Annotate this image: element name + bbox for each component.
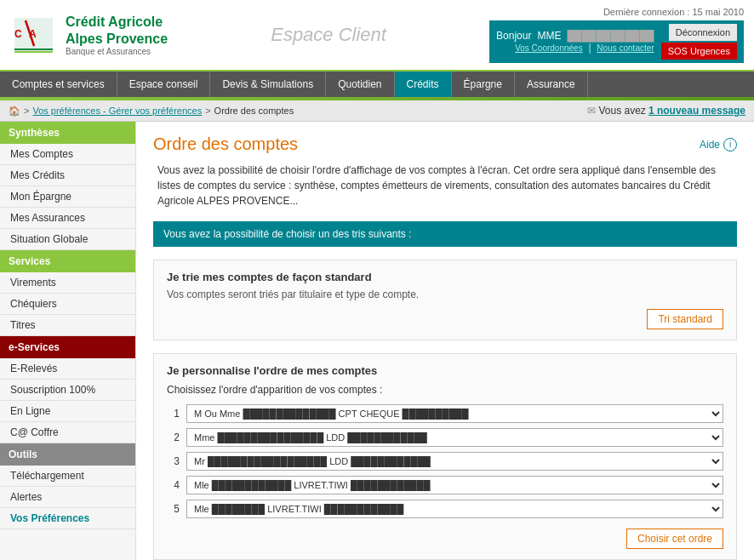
bank-tagline: Banque et Assurances <box>66 47 168 56</box>
user-title: MME <box>538 30 562 42</box>
user-info-inner: Bonjour MME ████████████ Vos Coordonnées… <box>496 30 654 54</box>
sos-button[interactable]: SOS Urgences <box>661 43 737 60</box>
sidebar-item-mes-comptes[interactable]: Mes Comptes <box>0 144 135 165</box>
sidebar-item-titres[interactable]: Titres <box>0 315 135 336</box>
order-num-4: 4 <box>167 479 180 491</box>
order-num-3: 3 <box>167 455 180 467</box>
page-title-row: Ordre des comptes Aide i <box>153 134 737 154</box>
main-navigation: Comptes et services Espace conseil Devis… <box>0 71 754 97</box>
personalize-section: Je personnalise l'ordre de mes comptes C… <box>153 353 737 560</box>
sidebar-item-virements[interactable]: Virements <box>0 272 135 294</box>
order-num-1: 1 <box>167 408 180 420</box>
order-rows-container: 1 M Ou Mme ██████████████ CPT CHEQUE ███… <box>167 404 723 518</box>
home-icon[interactable]: 🏠 <box>9 106 20 117</box>
order-row-4: 4 Mle ████████████ LIVRET.TIWI █████████… <box>167 476 723 494</box>
espace-client-label: Espace Client <box>271 24 386 46</box>
main-content: Ordre des comptes Aide i Vous avez la po… <box>136 122 754 560</box>
sidebar-header-syntheses: Synthèses <box>0 122 135 144</box>
header: C A Crédit Agricole Alpes Provence Banqu… <box>0 0 754 71</box>
header-right: Dernière connexion : 15 mai 2010 Bonjour… <box>489 7 744 63</box>
sidebar-item-vos-preferences[interactable]: Vos Préférences <box>0 508 135 529</box>
order-select-3[interactable]: Mr ██████████████████ LDD ████████████ <box>186 452 723 471</box>
nav-comptes[interactable]: Comptes et services <box>0 71 117 97</box>
order-select-2[interactable]: Mme ████████████████ LDD ████████████ <box>186 428 723 447</box>
nav-devis[interactable]: Devis & Simulations <box>210 71 326 97</box>
sidebar-header-outils: Outils <box>0 443 135 466</box>
sidebar-item-chequiers[interactable]: Chéquiers <box>0 294 135 315</box>
nav-conseil[interactable]: Espace conseil <box>117 71 211 97</box>
last-login: Dernière connexion : 15 mai 2010 <box>489 7 744 17</box>
sidebar-item-situation-globale[interactable]: Situation Globale <box>0 229 135 250</box>
bonjour-label: Bonjour MME ████████████ <box>496 30 654 42</box>
sidebar-header-services: Services <box>0 250 135 272</box>
bank-name-line1: Crédit Agricole <box>66 14 168 30</box>
vos-coordonnees-link[interactable]: Vos Coordonnées <box>515 43 583 53</box>
current-page: Ordre des comptes <box>214 106 294 116</box>
order-row-1: 1 M Ou Mme ██████████████ CPT CHEQUE ███… <box>167 404 723 423</box>
order-row-5: 5 Mle ████████ LIVRET.TIWI ████████████ <box>167 500 723 518</box>
page-title: Ordre des comptes <box>153 134 298 154</box>
ca-logo: C A <box>10 14 57 56</box>
user-name: ████████████ <box>568 30 654 42</box>
user-links: Vos Coordonnées | Nous contacter <box>496 42 654 54</box>
sidebar-item-e-releves[interactable]: E-Relevés <box>0 358 135 380</box>
nav-credits[interactable]: Crédits <box>395 71 452 97</box>
main-layout: Synthèses Mes Comptes Mes Crédits Mon Ép… <box>0 122 754 560</box>
standard-sort-actions: Tri standard <box>167 309 723 329</box>
nous-contacter-link[interactable]: Nous contacter <box>597 43 654 53</box>
personalize-subtitle: Choisissez l'ordre d'apparition de vos c… <box>167 384 723 396</box>
aide-button[interactable]: Aide i <box>700 138 737 151</box>
standard-sort-box: Je trie mes comptes de façon standard Vo… <box>153 260 737 340</box>
svg-text:C: C <box>14 28 22 40</box>
order-select-1[interactable]: M Ou Mme ██████████████ CPT CHEQUE █████… <box>186 404 723 423</box>
sidebar-item-alertes[interactable]: Alertes <box>0 487 135 508</box>
standard-sort-desc: Vos comptes seront triés par titulaire e… <box>167 289 723 300</box>
sidebar-header-eservices: e-Services <box>0 336 135 358</box>
sidebar-section-services: Services Virements Chéquiers Titres <box>0 250 135 336</box>
sidebar-item-souscription[interactable]: Souscription 100% <box>0 380 135 401</box>
order-select-5[interactable]: Mle ████████ LIVRET.TIWI ████████████ <box>186 500 723 518</box>
order-num-5: 5 <box>167 503 180 515</box>
breadcrumb-right: ✉ Vous avez 1 nouveau message <box>587 105 745 117</box>
logo-text: Crédit Agricole Alpes Provence Banque et… <box>66 14 168 55</box>
sidebar-item-mes-credits[interactable]: Mes Crédits <box>0 165 135 186</box>
sidebar-item-mes-assurances[interactable]: Mes Assurances <box>0 208 135 229</box>
order-row-3: 3 Mr ██████████████████ LDD ████████████ <box>167 452 723 471</box>
nav-epargne[interactable]: Épargne <box>452 71 515 97</box>
sidebar-item-mon-epargne[interactable]: Mon Épargne <box>0 186 135 208</box>
sidebar-section-syntheses: Synthèses Mes Comptes Mes Crédits Mon Ép… <box>0 122 135 250</box>
header-buttons: Déconnexion SOS Urgences <box>661 24 737 60</box>
choose-order-button[interactable]: Choisir cet ordre <box>626 529 723 549</box>
choose-order-actions: Choisir cet ordre <box>167 529 723 549</box>
tri-standard-button[interactable]: Tri standard <box>647 309 723 329</box>
order-num-2: 2 <box>167 431 180 443</box>
nav-assurance[interactable]: Assurance <box>515 71 588 97</box>
aide-info-icon: i <box>723 138 737 151</box>
sidebar-item-ca-coffre[interactable]: C@ Coffre <box>0 422 135 443</box>
order-row-2: 2 Mme ████████████████ LDD ████████████ <box>167 428 723 447</box>
standard-sort-title: Je trie mes comptes de façon standard <box>167 271 723 283</box>
personalize-title: Je personnalise l'ordre de mes comptes <box>167 364 723 377</box>
sidebar: Synthèses Mes Comptes Mes Crédits Mon Ép… <box>0 122 136 560</box>
breadcrumb: 🏠 > Vos préférences - Gérer vos préféren… <box>0 100 754 122</box>
new-message-link[interactable]: 1 nouveau message <box>648 105 745 117</box>
sidebar-section-eservices: e-Services E-Relevés Souscription 100% E… <box>0 336 135 443</box>
nav-quotidien[interactable]: Quotidien <box>326 71 394 97</box>
message-label: Vous avez <box>599 105 646 117</box>
order-select-4[interactable]: Mle ████████████ LIVRET.TIWI ███████████… <box>186 476 723 494</box>
breadcrumb-left: 🏠 > Vos préférences - Gérer vos préféren… <box>9 106 294 117</box>
sidebar-item-telechargement[interactable]: Téléchargement <box>0 466 135 487</box>
sidebar-item-en-ligne[interactable]: En Ligne <box>0 401 135 422</box>
sidebar-section-outils: Outils Téléchargement Alertes Vos Préfér… <box>0 443 135 529</box>
logo-area: C A Crédit Agricole Alpes Provence Banqu… <box>10 14 168 56</box>
preferences-link[interactable]: Vos préférences - Gérer vos préférences <box>32 106 202 116</box>
intro-text: Vous avez la possibilité de choisir l'or… <box>153 163 737 209</box>
bank-name-line2: Alpes Provence <box>66 31 168 47</box>
user-info-block: Bonjour MME ████████████ Vos Coordonnées… <box>489 20 744 63</box>
info-bar: Vous avez la possibilité de choisir un d… <box>153 221 737 247</box>
deconnexion-button[interactable]: Déconnexion <box>669 24 737 41</box>
